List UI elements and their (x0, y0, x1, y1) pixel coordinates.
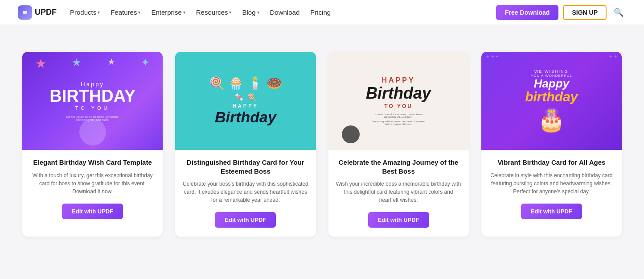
search-button[interactable]: 🔍 (611, 5, 626, 20)
candy2-icon: 🍬 (235, 93, 244, 101)
card-4-happy: Happy (525, 78, 578, 89)
nav-actions: Free Download SIGN UP 🔍 (496, 5, 626, 20)
card-1-title: Elegant Birthday Wish Card Template (29, 158, 156, 167)
nav-blog[interactable]: Blog ▾ (238, 5, 263, 20)
signup-button[interactable]: SIGN UP (563, 5, 607, 20)
card-4-title: Vibrant Birthday Card for All Ages (488, 158, 615, 167)
nav-products[interactable]: Products ▾ (66, 5, 104, 20)
star-icon: ✦ (141, 56, 150, 71)
card-3-desc: Wish your incredible boss a memorable bi… (336, 180, 462, 204)
card-2-happy: HAPPY (233, 103, 258, 108)
card-2-title: Distinguished Birthday Card for Your Est… (182, 158, 308, 175)
nav-download[interactable]: Download (266, 5, 304, 20)
chevron-down-icon: ▾ (98, 10, 100, 15)
card-3-toyou: TO YOU (384, 103, 413, 109)
candle-icon: 🕯️ (247, 76, 263, 91)
card-1-edit-button[interactable]: Edit with UPDF (62, 204, 123, 219)
nav-links: Products ▾ Features ▾ Enterprise ▾ Resou… (66, 5, 496, 20)
card-4-birthday: birthday (525, 89, 578, 104)
card-4-edit-button[interactable]: Edit with UPDF (521, 204, 582, 219)
logo[interactable]: ≋ UPDF (18, 5, 57, 20)
nav-features[interactable]: Features ▾ (106, 5, 145, 20)
card-4-wishing: WE WISHING (525, 69, 578, 74)
card-4-desc: Celebrate in style with this enchanting … (488, 171, 615, 196)
card-1-birthday: BIRTHDAY (49, 87, 135, 104)
card-1-body: Elegant Birthday Wish Card Template With… (22, 150, 163, 228)
card-4-image: ✦ ✦ ✦ ✦ ✦ · · · · · · · WE WISHING YOU A… (481, 52, 622, 150)
logo-text: UPDF (35, 8, 57, 17)
star-icon: ★ (107, 56, 115, 71)
card-2-body: Distinguished Birthday Card for Your Est… (175, 150, 316, 237)
card-2-desc: Celebrate your boss's birthday with this… (182, 180, 308, 204)
cards-grid: ★ ★ ★ ✦ Happy BIRTHDAY TO YOU Lorem ipsu… (22, 52, 622, 237)
card-3-happy: HAPPY (382, 76, 415, 84)
chevron-down-icon: ▾ (183, 10, 185, 15)
card-3-lorem2: Nonummy nibh euismod tincidunt ut lao-re… (372, 120, 425, 125)
card-4-body: Vibrant Birthday Card for All Ages Celeb… (481, 150, 622, 228)
card-3-title: Celebrate the Amazing Journey of the Bes… (336, 158, 462, 175)
candy-icon: 🍭 (209, 76, 225, 91)
main-content: ★ ★ ★ ✦ Happy BIRTHDAY TO YOU Lorem ipsu… (0, 25, 644, 263)
cupcake-icon: 🧁 (228, 76, 244, 91)
card-1-desc: With a touch of luxury, get this excepti… (29, 171, 156, 196)
logo-icon: ≋ (18, 5, 32, 20)
card-1-toyou: TO YOU (49, 105, 135, 111)
card-1-image: ★ ★ ★ ✦ Happy BIRTHDAY TO YOU Lorem ipsu… (22, 52, 163, 150)
card-3: HAPPY Birthday TO YOU Lorem ipsum dolor … (328, 52, 469, 237)
card-2-edit-button[interactable]: Edit with UPDF (215, 212, 276, 228)
avatar (342, 125, 360, 143)
card-3-lorem: Lorem ipsum dolor sit amet, consectetuer… (372, 113, 425, 118)
card-1: ★ ★ ★ ✦ Happy BIRTHDAY TO YOU Lorem ipsu… (22, 52, 163, 237)
navbar: ≋ UPDF Products ▾ Features ▾ Enterprise … (0, 0, 644, 25)
card-3-edit-button[interactable]: Edit with UPDF (368, 212, 429, 228)
card-4: ✦ ✦ ✦ ✦ ✦ · · · · · · · WE WISHING YOU A… (481, 52, 622, 237)
card-2: 🍭 🧁 🕯️ 🍩 🍬 🍭 HAPPY Birthday Distinguishe… (175, 52, 316, 237)
chevron-down-icon: ▾ (257, 10, 259, 15)
nav-pricing[interactable]: Pricing (306, 5, 335, 20)
donut-icon: 🍩 (267, 76, 282, 91)
card-2-birthday: Birthday (215, 108, 276, 126)
chevron-down-icon: ▾ (138, 10, 140, 15)
card-3-image: HAPPY Birthday TO YOU Lorem ipsum dolor … (328, 52, 469, 150)
star-icon: ★ (35, 56, 46, 71)
card-3-body: Celebrate the Amazing Journey of the Bes… (328, 150, 469, 237)
nav-enterprise[interactable]: Enterprise ▾ (147, 5, 189, 20)
lollipop-icon: 🍭 (247, 93, 256, 101)
chevron-down-icon: ▾ (229, 10, 231, 15)
nav-resources[interactable]: Resources ▾ (192, 5, 236, 20)
card-2-image: 🍭 🧁 🕯️ 🍩 🍬 🍭 HAPPY Birthday (175, 52, 316, 150)
card-3-birthday: Birthday (366, 84, 431, 102)
search-icon: 🔍 (614, 8, 623, 17)
free-download-button[interactable]: Free Download (496, 5, 558, 20)
star-icon: ★ (72, 56, 82, 71)
